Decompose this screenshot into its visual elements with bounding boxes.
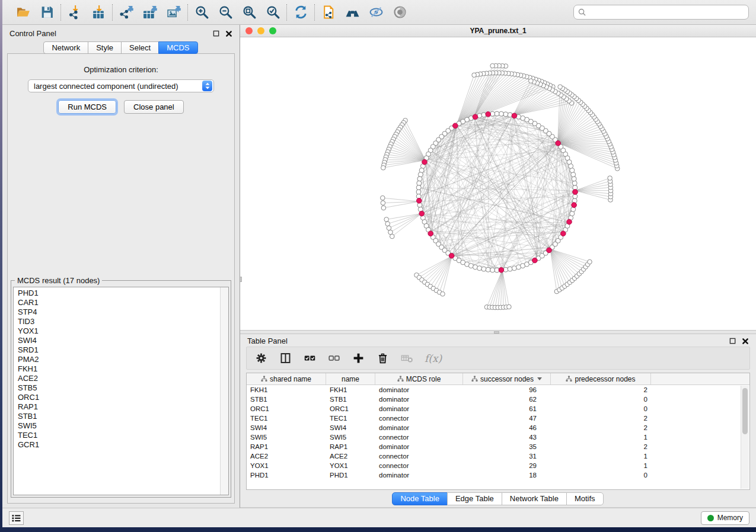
cell-MCDS-role[interactable]: connector — [375, 434, 463, 441]
mcds-node-item[interactable]: PMA2 — [18, 355, 220, 364]
minimize-window-icon[interactable] — [257, 27, 264, 34]
hide-eye-icon[interactable] — [368, 5, 384, 20]
select-all-checkboxes-icon[interactable] — [303, 352, 316, 365]
tab-network-table[interactable]: Network Table — [502, 492, 567, 505]
mcds-node-item[interactable]: CAR1 — [18, 298, 220, 307]
table-row[interactable]: ORC1ORC1dominator610 — [247, 404, 749, 414]
mcds-node-item[interactable]: STB5 — [18, 383, 220, 393]
cell-predecessor-nodes[interactable]: 2 — [551, 424, 651, 431]
column-header-name[interactable]: name — [326, 373, 375, 384]
close-panel-button[interactable]: Close panel — [124, 100, 184, 114]
cell-MCDS-role[interactable]: dominator — [375, 424, 463, 431]
search-box[interactable] — [573, 5, 749, 20]
tab-select[interactable]: Select — [121, 41, 159, 54]
cell-successor-nodes[interactable]: 61 — [463, 405, 551, 412]
mcds-node-item[interactable]: GCR1 — [18, 440, 220, 450]
network-canvas[interactable] — [240, 37, 756, 330]
horizontal-splitter[interactable] — [240, 330, 756, 334]
cell-shared-name[interactable]: FKH1 — [247, 386, 326, 393]
cell-successor-nodes[interactable]: 46 — [463, 424, 551, 431]
save-session-icon[interactable] — [39, 5, 55, 20]
close-window-icon[interactable] — [245, 27, 253, 34]
mcds-node-item[interactable]: TID3 — [18, 317, 220, 326]
mcds-node-item[interactable]: TEC1 — [18, 431, 220, 440]
add-column-icon[interactable] — [352, 352, 365, 365]
mcds-node-item[interactable]: ACE2 — [18, 374, 220, 383]
cell-shared-name[interactable]: RAP1 — [247, 443, 326, 450]
table-row[interactable]: TEC1TEC1connector472 — [247, 414, 749, 423]
show-columns-icon[interactable] — [279, 352, 292, 365]
table-row[interactable]: YOX1YOX1connector291 — [247, 461, 749, 470]
clone-network-icon[interactable] — [321, 5, 336, 20]
run-mcds-button[interactable]: Run MCDS — [58, 100, 116, 114]
tab-style[interactable]: Style — [88, 41, 122, 54]
import-network-icon[interactable] — [67, 5, 82, 20]
settings-gear-icon[interactable] — [254, 352, 267, 365]
close-table-panel-icon[interactable] — [742, 338, 749, 345]
deselect-all-checkboxes-icon[interactable] — [327, 352, 340, 365]
cell-predecessor-nodes[interactable]: 0 — [551, 405, 651, 412]
mcds-node-item[interactable]: SWI5 — [18, 421, 220, 431]
tab-mcds[interactable]: MCDS — [158, 41, 197, 54]
list-scrollbar[interactable] — [220, 287, 228, 495]
cell-name[interactable]: YOX1 — [326, 462, 375, 469]
table-scrollbar-thumb[interactable] — [742, 388, 748, 434]
refresh-icon[interactable] — [293, 5, 308, 20]
cell-shared-name[interactable]: SWI5 — [247, 434, 326, 441]
cell-predecessor-nodes[interactable]: 0 — [551, 396, 651, 403]
cell-name[interactable]: ORC1 — [326, 405, 375, 412]
cell-name[interactable]: SWI5 — [326, 434, 375, 441]
table-row[interactable]: RAP1RAP1dominator352 — [247, 442, 749, 451]
network-graph[interactable] — [240, 37, 755, 330]
cell-MCDS-role[interactable]: dominator — [375, 386, 463, 393]
delete-columns-icon[interactable] — [376, 352, 389, 365]
mcds-node-item[interactable]: STB1 — [18, 412, 220, 421]
cell-successor-nodes[interactable]: 18 — [463, 472, 551, 479]
show-eye-icon[interactable] — [392, 5, 407, 20]
cell-successor-nodes[interactable]: 96 — [463, 386, 551, 393]
close-panel-icon[interactable] — [225, 30, 232, 37]
float-panel-icon[interactable] — [213, 30, 220, 37]
cell-MCDS-role[interactable]: connector — [375, 462, 463, 469]
table-row[interactable]: ACE2ACE2connector311 — [247, 451, 749, 461]
cell-MCDS-role[interactable]: dominator — [375, 405, 463, 412]
tab-motifs[interactable]: Motifs — [566, 492, 604, 505]
table-row[interactable]: SWI4SWI4dominator462 — [247, 423, 749, 432]
export-table-icon[interactable] — [142, 5, 158, 20]
horizontal-splitter-grip[interactable] — [494, 331, 499, 334]
zoom-in-icon[interactable] — [194, 5, 209, 20]
cell-successor-nodes[interactable]: 43 — [463, 434, 551, 441]
column-header-predecessor-nodes[interactable]: predecessor nodes — [551, 373, 651, 384]
cell-predecessor-nodes[interactable]: 1 — [551, 462, 651, 469]
cell-shared-name[interactable]: SWI4 — [247, 424, 326, 431]
cell-predecessor-nodes[interactable]: 1 — [551, 453, 651, 460]
maximize-window-icon[interactable] — [269, 27, 276, 34]
cell-successor-nodes[interactable]: 31 — [463, 453, 551, 460]
cell-successor-nodes[interactable]: 47 — [463, 415, 551, 422]
tab-node-table[interactable]: Node Table — [392, 492, 448, 505]
mcds-node-item[interactable]: ORC1 — [18, 393, 220, 402]
cell-MCDS-role[interactable]: connector — [375, 453, 463, 460]
function-builder-icon[interactable]: f(x) — [425, 352, 442, 365]
cell-shared-name[interactable]: YOX1 — [247, 462, 326, 469]
cell-predecessor-nodes[interactable]: 2 — [551, 415, 651, 422]
table-scrollbar[interactable] — [741, 386, 749, 489]
export-image-icon[interactable] — [166, 5, 181, 20]
cell-successor-nodes[interactable]: 29 — [463, 462, 551, 469]
cell-predecessor-nodes[interactable]: 2 — [551, 386, 651, 393]
table-row[interactable]: SWI5SWI5connector431 — [247, 432, 749, 442]
export-network-icon[interactable] — [119, 5, 134, 20]
mcds-result-list[interactable]: PHD1CAR1STP4TID3YOX1SWI4SRD1PMA2FKH1ACE2… — [13, 287, 229, 495]
cell-shared-name[interactable]: ORC1 — [247, 405, 326, 412]
cell-MCDS-role[interactable]: dominator — [375, 396, 463, 403]
column-header-successor-nodes[interactable]: successor nodes — [463, 373, 551, 384]
mcds-node-item[interactable]: YOX1 — [18, 326, 220, 336]
mcds-node-item[interactable]: FKH1 — [18, 364, 220, 374]
task-history-button[interactable] — [9, 511, 24, 525]
float-table-panel-icon[interactable] — [729, 338, 736, 345]
criterion-select[interactable]: largest connected component (undirected) — [28, 79, 214, 92]
delete-table-icon[interactable] — [400, 352, 413, 365]
table-row[interactable]: STB1STB1dominator620 — [247, 395, 749, 404]
column-header-MCDS-role[interactable]: MCDS role — [375, 373, 463, 384]
cell-name[interactable]: TEC1 — [326, 415, 375, 422]
